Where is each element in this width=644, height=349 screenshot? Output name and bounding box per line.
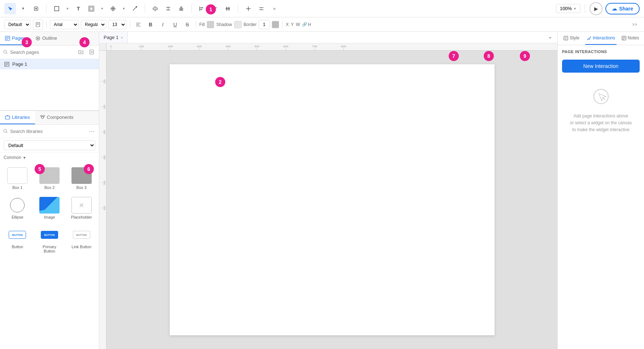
more-tools-icon [245, 6, 251, 12]
text-tool-button[interactable]: T [73, 3, 84, 14]
ellipse-preview [7, 197, 27, 214]
primary-button-preview-wrap: BUTTON [39, 227, 60, 243]
align-expand-button[interactable] [149, 3, 161, 14]
pen-tool-button[interactable] [129, 3, 140, 14]
zoom-selector[interactable]: 100% ▼ [556, 4, 580, 13]
separator-1 [46, 4, 47, 13]
lib-item-image[interactable]: Image [35, 195, 64, 221]
page-item-page1[interactable]: Page 1 [0, 59, 99, 69]
ruler-v-tick-300: 300 [101, 130, 106, 134]
lib-more-button[interactable]: ⋯ [87, 127, 96, 135]
box2-label: Box 2 [44, 185, 55, 190]
border-color[interactable] [272, 21, 279, 28]
lib-item-placeholder[interactable]: Placeholder [67, 195, 96, 221]
tab-pages[interactable]: Pages [0, 32, 30, 45]
tab-outline[interactable]: Outline [30, 32, 62, 45]
frame-tool-button[interactable] [86, 3, 97, 14]
ellipse-label: Ellipse [12, 215, 23, 219]
page-icon-button[interactable] [33, 20, 43, 30]
ruler-h-tick-600: 600 [283, 45, 288, 50]
new-interaction-button[interactable]: New Interaction [562, 60, 640, 73]
top-toolbar: ▼ ▼ T ▼ [0, 0, 644, 17]
page-interactions-label: PAGE INTERACTIONS [562, 49, 607, 54]
move-tool-button[interactable] [30, 3, 42, 14]
rectangle-tool-button[interactable] [51, 3, 62, 14]
page-select[interactable]: Default [4, 20, 31, 29]
fill-color[interactable] [207, 21, 214, 28]
font-weight-select[interactable]: Regular [81, 20, 106, 29]
component-dropdown-button[interactable]: ▼ [120, 3, 127, 14]
lib-item-box1[interactable]: Box 1 [3, 165, 32, 192]
lib-search-icon [3, 129, 8, 134]
component-tool-button[interactable] [107, 3, 119, 14]
play-button[interactable]: ▶ [589, 2, 602, 15]
spacer-button[interactable] [256, 3, 267, 14]
font-family-select[interactable]: Arial [50, 20, 79, 29]
share-button[interactable]: ☁ Share [605, 3, 640, 14]
pen-icon [132, 6, 138, 12]
lib-item-box2[interactable]: Box 2 [35, 165, 64, 192]
underline-button[interactable]: U [170, 20, 180, 30]
tab-interactions[interactable]: Interactions [585, 32, 617, 45]
frame-dropdown-button[interactable]: ▼ [99, 3, 106, 14]
ruler-corner [99, 43, 106, 51]
lib-item-primary-button[interactable]: BUTTON Primary Button [35, 224, 64, 255]
tab-components[interactable]: Components [35, 111, 79, 124]
text-align-left-icon [136, 22, 141, 27]
page-tab-close-button[interactable]: × [121, 35, 123, 40]
svg-point-51 [42, 116, 44, 119]
lib-item-ellipse[interactable]: Ellipse [3, 195, 32, 221]
x-label: X [286, 22, 289, 27]
tool-group-more-align [196, 3, 234, 14]
canvas-content[interactable] [106, 51, 557, 349]
ruler-v-tick-100: 100 [101, 79, 106, 84]
page-tabs-bar: Page 1 × [99, 32, 557, 43]
tab-style[interactable]: Style [558, 32, 585, 45]
page-tab-page1[interactable]: Page 1 × [99, 32, 128, 43]
tab-libraries[interactable]: Libraries [0, 111, 35, 124]
align-more-button[interactable] [209, 3, 221, 14]
shape-dropdown-button[interactable]: ▼ [64, 3, 71, 14]
tab-notes[interactable]: Notes [617, 32, 644, 45]
pages-search-input[interactable] [10, 49, 74, 55]
lib-dropdown-select[interactable]: Default [4, 140, 95, 150]
distribute-v-button[interactable] [162, 3, 174, 14]
bold-button[interactable]: B [145, 20, 156, 30]
tool-group-more: » [243, 3, 280, 14]
lib-item-button[interactable]: BUTTON Button [3, 224, 32, 255]
shadow-label: Shadow [216, 22, 232, 27]
placeholder-label: Placeholder [71, 215, 92, 219]
scroll-down-button[interactable] [546, 33, 554, 42]
overflow-expand-button[interactable]: » [269, 3, 280, 14]
italic-button[interactable]: I [158, 20, 168, 30]
lib-item-box3[interactable]: Box 3 [67, 165, 96, 192]
tool-group-shapes: ▼ T ▼ ▼ [51, 3, 140, 14]
lock-icon: 🔗 [302, 22, 307, 27]
align-h-button[interactable] [175, 3, 187, 14]
tool-group-select: ▼ [4, 3, 42, 14]
lib-search-bar: ⋯ [0, 125, 99, 138]
left-panel: Pages Outline [0, 32, 99, 349]
border-value[interactable] [259, 20, 270, 29]
image-preview-wrap [39, 197, 60, 214]
ruler-h-tick-800: 800 [341, 45, 346, 50]
align-left-button[interactable] [196, 3, 208, 14]
add-page-button[interactable] [87, 48, 96, 56]
text-align-left-button[interactable] [133, 20, 143, 30]
lib-category-common[interactable]: Common ▼ [0, 153, 99, 162]
select-tool-button[interactable] [4, 3, 16, 14]
more-tools-button[interactable] [243, 3, 254, 14]
pages-icon [5, 36, 10, 41]
lib-item-link-button[interactable]: BUTTON Link Button [67, 224, 96, 255]
canvas-page[interactable] [170, 64, 495, 335]
shadow-color[interactable] [234, 21, 242, 28]
distribute-button[interactable] [222, 3, 234, 14]
svg-rect-22 [228, 7, 230, 10]
dropdown-select-button[interactable]: ▼ [17, 3, 29, 14]
add-page-group-button[interactable] [77, 48, 85, 56]
lib-search-input[interactable] [10, 129, 85, 134]
font-size-select[interactable]: 13 [108, 20, 126, 29]
props-more-button[interactable]: >> [630, 20, 640, 30]
strikethrough-button[interactable]: S [182, 20, 192, 30]
ruler-v-tick-400: 400 [101, 155, 106, 160]
